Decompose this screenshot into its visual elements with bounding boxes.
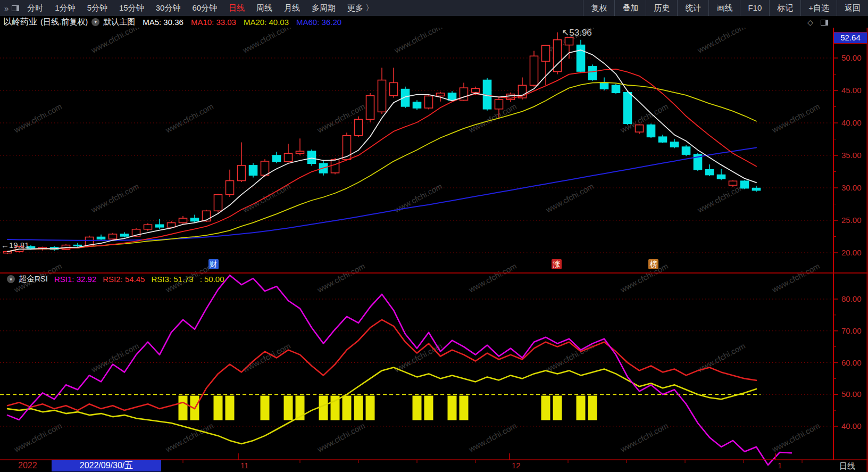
toolbar-period-item-6[interactable]: 日线 — [223, 3, 251, 13]
watermark-text: www.cfchi.com — [89, 181, 140, 214]
candles-layer — [4, 32, 761, 254]
toolbar-period-item-8[interactable]: 月线 — [278, 3, 306, 13]
watermark-text: www.cfchi.com — [164, 421, 215, 454]
watermark-text: www.cfchi.com — [89, 341, 140, 374]
candle-body — [425, 96, 433, 108]
chart-period-label: (日线.前复权) — [40, 17, 88, 27]
axis-tick-label: 50.00 — [841, 390, 862, 399]
candle-body — [390, 82, 398, 95]
window-layout-icon[interactable] — [12, 5, 19, 11]
candle-body — [682, 147, 690, 154]
candle-body — [343, 136, 351, 160]
toolbar-period-item-7[interactable]: 周线 — [251, 3, 278, 13]
ma-label-2: MA20: 40.03 — [244, 18, 289, 27]
axis-tick-label: 50.00 — [841, 53, 862, 62]
axis-tick-label: 30.00 — [841, 183, 862, 192]
rsi-signal-bar — [448, 396, 457, 420]
axis-tick-label: 60.00 — [841, 358, 862, 367]
toolbar-action-item-5[interactable]: F10 — [740, 0, 769, 16]
watermark-text: www.cfchi.com — [770, 421, 821, 454]
axis-tick-label: 40.00 — [841, 421, 862, 430]
candle-body — [308, 151, 316, 163]
toolbar-action-item-7[interactable]: +自选 — [800, 0, 837, 16]
candle-body — [706, 170, 714, 175]
toolbar-action-item-0[interactable]: 复权 — [583, 0, 614, 16]
candle-body — [577, 45, 585, 71]
toolbar-action-item-2[interactable]: 历史 — [646, 0, 677, 16]
candle-body — [437, 93, 445, 96]
toolbar-period-item-0[interactable]: 分时 — [21, 3, 49, 13]
diamond-marker-icon[interactable]: ◇ — [807, 18, 813, 27]
bottom-period-label: 日线 — [839, 461, 855, 471]
toolbar-period-item-10[interactable]: 更多 〉 — [341, 3, 379, 13]
chart-style-label: 默认主图 — [103, 17, 135, 27]
top-toolbar: » 分时1分钟5分钟15分钟30分钟60分钟日线周线月线多周期更多 〉 复权叠加… — [0, 0, 868, 16]
low-price-annotation: ←19.81 — [1, 241, 29, 250]
toolbar-period-item-5[interactable]: 60分钟 — [186, 3, 223, 13]
toolbar-action-item-6[interactable]: 标记 — [769, 0, 800, 16]
crosshair-date-box: 2022/09/30/五 — [52, 460, 161, 471]
high-price-annotation: ↖53.96 — [562, 27, 592, 38]
rsi-signal-bar — [319, 396, 328, 420]
candle-body — [717, 175, 725, 179]
candle-body — [636, 125, 644, 132]
toolbar-period-item-1[interactable]: 1分钟 — [49, 3, 81, 13]
candle-body — [74, 245, 82, 246]
watermark-text: www.cfchi.com — [315, 421, 366, 454]
toolbar-action-item-8[interactable]: 返回 — [837, 0, 868, 16]
indicator-value-3: : 50.00 — [200, 275, 224, 284]
chevron-down-icon[interactable]: ▾ — [91, 18, 99, 26]
candle-body — [238, 165, 246, 181]
chevron-down-icon[interactable]: ▾ — [7, 275, 15, 283]
toolbar-period-item-4[interactable]: 30分钟 — [150, 3, 187, 13]
candle-body — [671, 142, 679, 147]
watermark-text: www.cfchi.com — [164, 102, 215, 135]
candle-body — [156, 225, 164, 227]
ma-label-3: MA60: 36.20 — [296, 18, 341, 27]
rsi2-line — [7, 320, 756, 410]
stock-name: 以岭药业 — [3, 16, 37, 28]
collapse-panel-icon[interactable]: » — [0, 4, 10, 13]
rsi-signal-bar — [179, 396, 188, 420]
toolbar-action-item-3[interactable]: 统计 — [677, 0, 708, 16]
axis-tick-label: 35.00 — [841, 151, 862, 160]
rsi-signal-bar — [588, 396, 597, 420]
indicator-value-2: RSI3: 51.73 — [151, 275, 193, 284]
toolbar-period-item-2[interactable]: 5分钟 — [81, 3, 113, 13]
event-badge-2[interactable]: 榜 — [648, 259, 658, 269]
watermark-text: www.cfchi.com — [467, 102, 518, 135]
rsi-signal-bar — [460, 396, 469, 420]
candle-body — [624, 93, 632, 124]
event-badge-0[interactable]: 财 — [208, 259, 219, 269]
candle-body — [121, 234, 129, 236]
toolbar-period-item-3[interactable]: 15分钟 — [113, 3, 150, 13]
chart-canvas[interactable]: www.cfchi.comwww.cfchi.comwww.cfchi.comw… — [0, 0, 868, 472]
candle-body — [97, 237, 105, 239]
toolbar-action-item-1[interactable]: 叠加 — [614, 0, 646, 16]
candle-body — [249, 165, 257, 175]
candle-body — [612, 85, 620, 93]
candle-body — [273, 155, 281, 162]
candle-body — [179, 218, 187, 223]
rsi-signal-bar — [541, 396, 550, 420]
candle-body — [472, 88, 480, 92]
watermark-text: www.cfchi.com — [12, 102, 63, 135]
candle-body — [729, 181, 737, 185]
watermark-text: www.cfchi.com — [619, 261, 670, 294]
indicator-name: 超金RSI — [19, 274, 48, 284]
toolbar-action-item-4[interactable]: 画线 — [708, 0, 740, 16]
toolbar-period-item-9[interactable]: 多周期 — [306, 3, 341, 13]
title-bar: 以岭药业 (日线.前复权) ▾ 默认主图 MA5: 30.36MA10: 33.… — [0, 16, 868, 28]
candle-body — [659, 137, 667, 142]
event-badge-1[interactable]: 涨 — [552, 259, 562, 269]
watermark-text: www.cfchi.com — [770, 102, 821, 135]
split-window-icon[interactable] — [821, 20, 828, 26]
candle-body — [565, 38, 573, 45]
candle-body — [600, 82, 608, 89]
action-menu: 复权叠加历史统计画线F10标记+自选返回 — [583, 0, 868, 16]
watermark-text: www.cfchi.com — [467, 421, 518, 454]
crosshair-price-box: 52.64 — [834, 32, 867, 44]
candle-body — [366, 96, 374, 120]
candle-body — [191, 218, 199, 221]
candle-body — [589, 67, 597, 80]
